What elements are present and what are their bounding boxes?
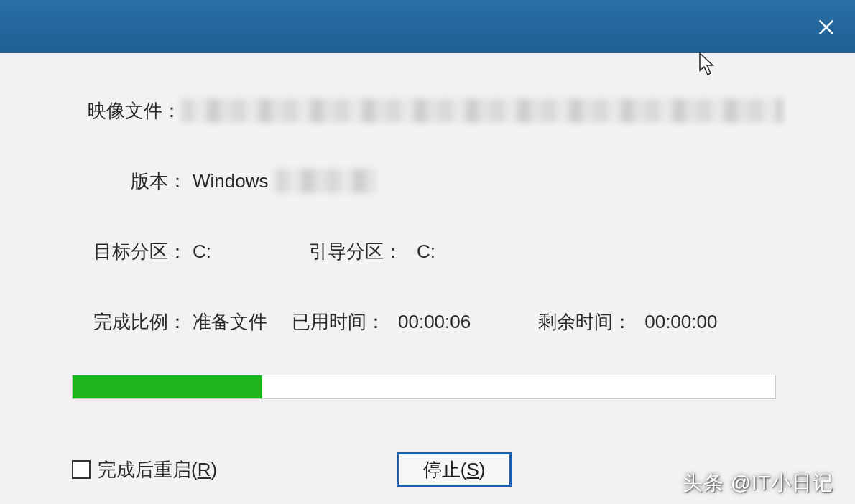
row-version: 版本： Windows — [72, 167, 783, 195]
remaining-time-pair: 剩余时间： 00:00:00 — [538, 309, 717, 335]
target-partition-pair: 目标分区： C: — [72, 239, 211, 264]
version-label: 版本： — [72, 169, 187, 194]
target-partition-value: C: — [193, 241, 211, 263]
restart-checkbox-wrap[interactable]: 完成后重启(R) — [72, 457, 217, 482]
row-partitions: 目标分区： C: 引导分区： C: — [72, 237, 783, 266]
completion-ratio-value: 准备文件 — [193, 309, 267, 335]
target-partition-label: 目标分区： — [72, 239, 187, 264]
elapsed-time-pair: 已用时间： 00:00:06 — [292, 309, 471, 335]
restart-checkbox-label: 完成后重启(R) — [98, 457, 217, 482]
boot-partition-pair: 引导分区： C: — [309, 239, 435, 264]
remaining-time-value: 00:00:00 — [644, 311, 717, 333]
remaining-time-label: 剩余时间： — [538, 309, 632, 335]
stop-button[interactable]: 停止(S) — [397, 452, 512, 487]
completion-ratio-label: 完成比例： — [72, 309, 187, 335]
elapsed-time-label: 已用时间： — [292, 309, 385, 335]
progress-bar — [72, 375, 776, 399]
row-image-file: 映像文件： — [72, 96, 783, 125]
image-file-value-redacted — [181, 98, 783, 123]
elapsed-time-value: 00:00:06 — [398, 311, 471, 333]
progress-bar-fill — [73, 375, 262, 398]
boot-partition-label: 引导分区： — [309, 239, 402, 264]
version-value: Windows — [193, 170, 268, 192]
completion-ratio-pair: 完成比例： 准备文件 — [72, 309, 267, 335]
footer-row: 完成后重启(R) 停止(S) — [72, 452, 783, 487]
image-file-label: 映像文件： — [72, 98, 181, 123]
titlebar — [0, 0, 855, 53]
close-button[interactable] — [810, 11, 842, 43]
close-icon — [816, 17, 836, 37]
row-progress-info: 完成比例： 准备文件 已用时间： 00:00:06 剩余时间： 00:00:00 — [72, 307, 783, 336]
restart-checkbox[interactable] — [72, 460, 91, 479]
dialog-content: 映像文件： 版本： Windows 目标分区： C: 引导分区： C: 完成比例… — [0, 53, 855, 504]
boot-partition-value: C: — [417, 241, 435, 263]
version-value-redacted — [275, 169, 376, 193]
